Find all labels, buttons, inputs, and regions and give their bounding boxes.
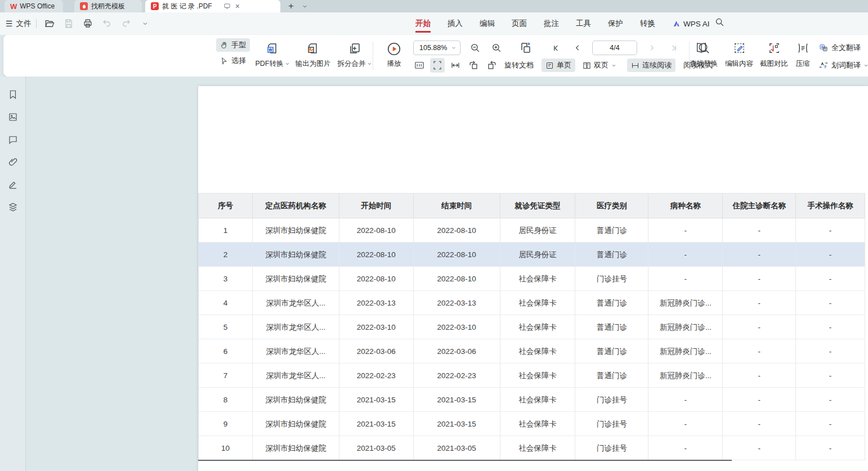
- zoom-out-icon[interactable]: [468, 41, 482, 55]
- table-cell: -: [796, 412, 865, 436]
- rotate-right-button[interactable]: [484, 58, 499, 73]
- divider: [373, 42, 373, 70]
- page-indicator-input[interactable]: 4/4: [592, 41, 637, 55]
- workspace: 序号定点医药机构名称开始时间结束时间就诊凭证类型医疗类别病种名称住院主诊断名称手…: [0, 77, 868, 471]
- print-icon[interactable]: [81, 17, 95, 30]
- table-cell: 门诊挂号: [575, 388, 648, 412]
- table-cell: 普通门诊: [575, 243, 648, 267]
- rotate-left-icon: [468, 60, 479, 71]
- continuous-read-button[interactable]: 连续阅读: [627, 59, 675, 72]
- fit-width-button[interactable]: [448, 58, 463, 73]
- column-header: 定点医药机构名称: [253, 194, 339, 218]
- compress-button[interactable]: 压缩: [790, 39, 815, 72]
- edit-content-button[interactable]: 编辑内容: [722, 39, 757, 72]
- column-header: 医疗类别: [575, 194, 648, 218]
- table-cell: 普通门诊: [575, 339, 648, 364]
- table-row: 9深圳市妇幼保健院2021-03-152021-03-15社会保障卡门诊挂号--…: [199, 412, 865, 436]
- double-page-button[interactable]: 双页: [579, 59, 620, 72]
- tab-list-chevron-icon[interactable]: [302, 0, 308, 12]
- table-cell: -: [723, 388, 796, 412]
- replace-pages-icon[interactable]: [519, 41, 533, 55]
- table-cell: 社会保障卡: [500, 315, 576, 339]
- signature-pen-icon[interactable]: [6, 178, 20, 191]
- comment-icon[interactable]: [6, 133, 20, 146]
- full-translate-button[interactable]: 全文翻译: [817, 42, 862, 54]
- actual-size-button[interactable]: [412, 58, 427, 73]
- save-icon[interactable]: [62, 17, 75, 30]
- find-replace-button[interactable]: 查找替换: [686, 39, 722, 72]
- menu-convert[interactable]: 转换: [640, 12, 655, 35]
- column-header: 住院主诊断名称: [723, 194, 796, 218]
- word-translate-button[interactable]: 划词翻译: [817, 59, 868, 71]
- zoom-in-icon[interactable]: [490, 41, 503, 55]
- menu-protect[interactable]: 保护: [608, 12, 623, 35]
- quickbar-chevron-icon[interactable]: [138, 17, 152, 30]
- play-icon: [387, 42, 401, 56]
- table-cell: 深圳市龙华区人...: [253, 291, 339, 315]
- single-page-icon: [545, 61, 554, 70]
- table-cell: 7: [199, 364, 253, 388]
- screenshot-compare-button[interactable]: 截图对比: [757, 39, 791, 72]
- rotate-doc-label[interactable]: 旋转文档: [504, 60, 534, 70]
- new-tab-button[interactable]: +: [286, 0, 296, 12]
- table-cell: 2022-03-10: [339, 315, 414, 339]
- table-cell: 普通门诊: [575, 315, 648, 339]
- table-cell: 新冠肺炎门诊...: [648, 291, 723, 315]
- tab-document-pdf[interactable]: P 就 医 记 录 .PDF ×: [145, 0, 280, 12]
- menu-start[interactable]: 开始: [415, 12, 431, 35]
- column-header: 结束时间: [414, 194, 500, 218]
- menu-insert[interactable]: 插入: [448, 12, 463, 35]
- undo-icon[interactable]: [100, 17, 114, 30]
- first-page-icon[interactable]: [549, 41, 563, 55]
- cursor-icon: [220, 57, 229, 65]
- layers-icon[interactable]: [6, 200, 20, 214]
- monitor-icon[interactable]: [223, 3, 231, 10]
- menu-page[interactable]: 页面: [512, 12, 527, 35]
- table-cell: 2022-08-10: [414, 267, 500, 291]
- zoom-level-input[interactable]: 105.88%: [413, 41, 460, 55]
- table-body: 1深圳市妇幼保健院2022-08-102022-08-10居民身份证普通门诊--…: [199, 218, 865, 460]
- hand-tool-button[interactable]: 手型: [216, 38, 250, 52]
- bookmark-icon[interactable]: [6, 88, 20, 101]
- last-page-icon[interactable]: [666, 41, 680, 55]
- table-cell: 2022-03-13: [339, 291, 414, 315]
- tab-wps-office[interactable]: W WPS Office: [5, 0, 63, 12]
- table-cell: 2021-03-15: [339, 412, 414, 436]
- close-tab-icon[interactable]: ×: [235, 2, 240, 11]
- table-cell: 社会保障卡: [500, 412, 576, 436]
- fit-page-button[interactable]: [430, 58, 445, 73]
- export-image-button[interactable]: 输出为图片: [293, 39, 333, 72]
- table-cell: 社会保障卡: [500, 364, 576, 388]
- chevron-down-icon: [285, 61, 290, 66]
- file-menu-button[interactable]: ☰ 文件: [6, 12, 32, 35]
- menu-search-icon[interactable]: [715, 17, 724, 27]
- table-cell: 新冠肺炎门诊...: [648, 339, 723, 364]
- single-page-button[interactable]: 单页: [542, 59, 575, 72]
- table-cell: -: [648, 436, 723, 460]
- previous-page-icon[interactable]: [571, 41, 584, 55]
- tab-docer-templates[interactable]: 找稻壳模板: [74, 0, 142, 12]
- thumbnail-icon[interactable]: [6, 110, 20, 124]
- table-cell: 深圳市妇幼保健院: [253, 436, 339, 460]
- pdf-convert-button[interactable]: PDF转换: [252, 39, 293, 72]
- attachment-icon[interactable]: [6, 155, 20, 169]
- continuous-read-icon: [631, 61, 639, 70]
- menu-edit[interactable]: 编辑: [480, 12, 495, 35]
- split-merge-button[interactable]: 拆分合并: [334, 39, 375, 72]
- select-tool-button[interactable]: 选择: [216, 54, 250, 68]
- column-header: 序号: [199, 194, 253, 218]
- tab-label: 就 医 记 录 .PDF: [162, 2, 212, 11]
- document-canvas[interactable]: 序号定点医药机构名称开始时间结束时间就诊凭证类型医疗类别病种名称住院主诊断名称手…: [26, 77, 868, 471]
- open-file-icon[interactable]: [43, 17, 56, 30]
- table-cell: -: [796, 315, 865, 339]
- next-page-icon[interactable]: [645, 41, 659, 55]
- redo-icon[interactable]: [119, 17, 133, 30]
- play-button[interactable]: 播放: [379, 39, 409, 72]
- table-cell: -: [796, 291, 865, 315]
- menu-wps-ai[interactable]: WPS AI: [672, 12, 710, 35]
- menu-tools[interactable]: 工具: [576, 12, 591, 35]
- menu-annotate[interactable]: 批注: [544, 12, 559, 35]
- table-cell: -: [796, 267, 865, 291]
- rotate-right-icon: [486, 60, 497, 71]
- rotate-left-button[interactable]: [466, 58, 481, 73]
